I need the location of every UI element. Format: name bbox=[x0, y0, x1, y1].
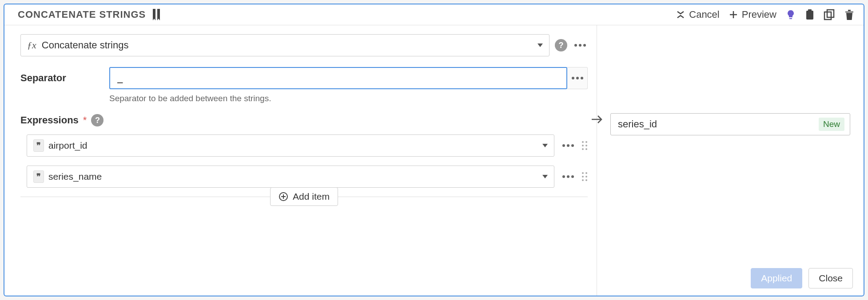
output-field[interactable]: series_id New bbox=[610, 113, 850, 135]
close-button[interactable]: Close bbox=[808, 268, 853, 288]
separator-more-button[interactable] bbox=[567, 67, 588, 89]
separator-row: Separator Separator to be added between … bbox=[20, 67, 588, 103]
header-right: Cancel Preview bbox=[676, 9, 855, 20]
processor-label: Concatenate strings bbox=[42, 39, 129, 51]
add-item-label: Add item bbox=[293, 191, 330, 202]
separator-label: Separator bbox=[20, 67, 100, 84]
applied-label: Applied bbox=[761, 273, 792, 284]
expression-name: series_name bbox=[48, 171, 102, 182]
plus-icon bbox=[729, 10, 738, 20]
left-column: ƒx Concatenate strings ? Separator bbox=[4, 25, 597, 296]
help-icon[interactable]: ? bbox=[555, 39, 567, 51]
svg-rect-3 bbox=[827, 10, 834, 17]
separator-help-text: Separator to be added between the string… bbox=[109, 94, 588, 103]
panel-header: CONCATENATE STRINGS Cancel Preview bbox=[4, 4, 864, 25]
expressions-help-icon[interactable]: ? bbox=[91, 114, 104, 126]
drag-handle-icon[interactable] bbox=[582, 141, 588, 150]
add-item-row: Add item bbox=[20, 197, 588, 216]
clipboard-icon[interactable] bbox=[805, 9, 815, 20]
close-label: Close bbox=[819, 273, 843, 284]
right-column: series_id New bbox=[597, 25, 864, 296]
expression-select-0[interactable]: ❞ airport_id bbox=[27, 134, 554, 157]
required-indicator: * bbox=[83, 114, 87, 126]
expression-item-1: ❞ series_name bbox=[20, 166, 588, 188]
cancel-label: Cancel bbox=[689, 9, 719, 20]
panel-title: CONCATENATE STRINGS bbox=[18, 9, 146, 20]
separator-input[interactable] bbox=[109, 67, 567, 89]
output-arrow-icon bbox=[591, 114, 603, 125]
expression-item-0: ❞ airport_id bbox=[20, 134, 588, 157]
collapse-icon bbox=[676, 10, 685, 20]
svg-rect-1 bbox=[808, 9, 812, 12]
expressions-header: Expressions * ? bbox=[20, 114, 588, 126]
expression-more-icon[interactable] bbox=[561, 142, 576, 149]
preview-button[interactable]: Preview bbox=[729, 9, 776, 20]
concatenate-strings-panel: CONCATENATE STRINGS Cancel Preview bbox=[4, 4, 864, 296]
expression-select-1[interactable]: ❞ series_name bbox=[27, 166, 554, 188]
chevron-down-icon bbox=[542, 175, 548, 178]
cancel-button[interactable]: Cancel bbox=[676, 9, 719, 20]
panel-footer: Applied Close bbox=[751, 268, 853, 288]
processor-row: ƒx Concatenate strings ? bbox=[20, 34, 588, 56]
add-item-button[interactable]: Add item bbox=[270, 187, 338, 206]
processor-more-icon[interactable] bbox=[573, 42, 588, 48]
string-type-icon: ❞ bbox=[33, 139, 44, 152]
fx-icon: ƒx bbox=[27, 39, 36, 51]
preview-label: Preview bbox=[742, 9, 776, 20]
expressions-label: Expressions bbox=[20, 114, 79, 126]
bookmark-icon[interactable] bbox=[152, 9, 162, 20]
processor-select[interactable]: ƒx Concatenate strings bbox=[20, 34, 549, 56]
string-type-icon: ❞ bbox=[33, 170, 44, 183]
applied-button[interactable]: Applied bbox=[751, 268, 802, 288]
expression-more-icon[interactable] bbox=[561, 174, 576, 180]
new-badge: New bbox=[819, 118, 844, 131]
svg-rect-2 bbox=[824, 12, 831, 20]
expression-name: airport_id bbox=[48, 140, 88, 151]
chevron-down-icon bbox=[538, 43, 543, 47]
more-icon bbox=[570, 75, 585, 81]
drag-handle-icon[interactable] bbox=[582, 172, 588, 182]
panel-body: ƒx Concatenate strings ? Separator bbox=[4, 25, 864, 296]
plus-circle-icon bbox=[279, 192, 288, 201]
output-name: series_id bbox=[618, 118, 657, 130]
trash-icon[interactable] bbox=[844, 9, 855, 20]
lightbulb-icon[interactable] bbox=[785, 9, 796, 20]
copy-icon[interactable] bbox=[824, 9, 835, 20]
chevron-down-icon bbox=[542, 144, 548, 147]
header-left: CONCATENATE STRINGS bbox=[18, 9, 162, 20]
svg-rect-0 bbox=[806, 11, 813, 20]
